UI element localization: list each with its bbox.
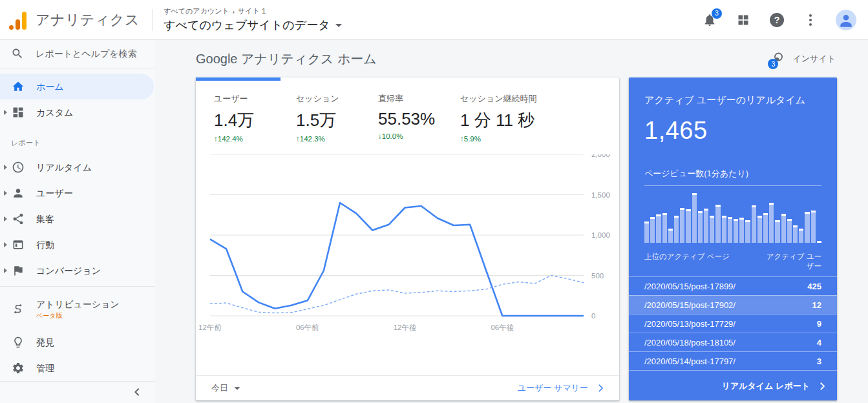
analytics-logo-icon[interactable] (9, 10, 26, 30)
svg-text:12午後: 12午後 (394, 324, 417, 331)
pageviews-bar (811, 211, 816, 243)
sidebar-item-attribution[interactable]: アトリビューションベータ版 (0, 289, 154, 329)
insights-badge: 3 (768, 59, 778, 69)
pageviews-bar (781, 214, 786, 243)
discover-icon (12, 336, 25, 349)
active-page-path: /2020/05/14/post-17797/ (644, 356, 736, 366)
help-button[interactable]: ? (768, 12, 785, 28)
breadcrumb[interactable]: すべてのアカウント › サイト 1 (164, 6, 341, 16)
property-selector[interactable]: すべてのウェブサイトのデータ (164, 17, 341, 33)
active-page-path: /2020/05/15/post-17899/ (644, 282, 736, 291)
app-root: アナリティクス すべてのアカウント › サイト 1 すべてのウェブサイトのデータ… (0, 0, 868, 403)
active-page-row: /2020/05/15/post-17899/425 (629, 276, 837, 295)
insights-button[interactable]: 3 インサイト (769, 51, 836, 67)
pageviews-bar (686, 209, 690, 243)
apps-button[interactable] (735, 12, 752, 28)
svg-text:06午前: 06午前 (296, 324, 319, 331)
expand-arrow-icon[interactable] (4, 268, 7, 273)
sidebar-item-label: カスタム (36, 107, 73, 118)
metric-value: 1 分 11 秒 (460, 109, 537, 132)
table-bottom-divider (629, 370, 837, 371)
pageviews-bar (704, 209, 708, 243)
search-input[interactable] (36, 48, 145, 59)
sidebar-item-behavior[interactable]: 行動 (0, 232, 154, 258)
pageviews-bar (722, 216, 726, 243)
logo-bar-mid (16, 19, 20, 30)
realtime-icon (12, 161, 25, 174)
pageviews-bar (805, 212, 809, 243)
metrics-row: ユーザー1.4万↑142.4%セッション1.5万↑142.3%直帰率55.53%… (196, 78, 619, 143)
date-range-selector[interactable]: 今日 (211, 382, 240, 394)
sidebar-item-home[interactable]: ホーム (0, 74, 154, 99)
view-name: すべてのウェブサイトのデータ (164, 17, 330, 33)
active-page-path: /2020/05/15/post-17902/ (644, 300, 736, 310)
metric-セッション: セッション1.5万↑142.3% (296, 93, 378, 143)
breadcrumb-separator: › (232, 8, 235, 16)
table-header: 上位のアクティブ ページ アクティブ ユーザー (629, 252, 837, 276)
col-active-pages: 上位のアクティブ ページ (644, 252, 730, 262)
sidebar-item-label: アトリビューション (36, 299, 120, 309)
expand-arrow-icon[interactable] (4, 191, 7, 196)
sidebar-divider (0, 286, 155, 287)
notifications-button[interactable]: 3 (701, 12, 718, 28)
overview-card: ユーザー1.4万↑142.4%セッション1.5万↑142.3%直帰率55.53%… (196, 78, 619, 400)
users-trend-chart[interactable]: 05001,0001,5002,00012午前06午前12午後06午後 (196, 143, 619, 375)
col-active-users: アクティブ ユーザー (766, 252, 821, 271)
svg-text:06午後: 06午後 (491, 324, 514, 331)
pageviews-bar (757, 216, 762, 243)
collapse-sidebar-button[interactable] (129, 384, 145, 400)
pageviews-bar (752, 205, 756, 243)
chevron-down-icon (335, 24, 342, 27)
sidebar-item-acquisition[interactable]: 集客 (0, 206, 154, 232)
notifications-badge: 3 (712, 8, 722, 19)
sidebar-item-custom[interactable]: カスタム (0, 99, 154, 125)
realtime-card: アクティブ ユーザーのリアルタイム 1,465 ページビュー数(1分あたり) 上… (629, 78, 837, 400)
beta-badge: ベータ版 (36, 311, 120, 320)
chevron-down-icon (235, 387, 240, 390)
sidebar-item-admin[interactable]: 管理 (0, 355, 154, 381)
pageviews-bar (674, 216, 679, 243)
pageviews-bar-chart[interactable] (629, 191, 837, 243)
pageviews-label: ページビュー数(1分あたり) (629, 168, 837, 180)
help-icon: ? (770, 13, 784, 27)
avatar[interactable] (836, 10, 856, 30)
active-page-row: /2020/05/18/post-18105/4 (629, 333, 837, 351)
expand-arrow-icon[interactable] (4, 110, 7, 115)
admin-icon (12, 362, 25, 375)
pageviews-bar (745, 220, 750, 243)
active-page-path: /2020/05/18/post-18105/ (644, 338, 736, 347)
pageviews-bar (734, 219, 738, 243)
breadcrumb-account: すべてのアカウント (164, 6, 229, 16)
more-options-button[interactable] (802, 12, 819, 28)
report-search[interactable] (0, 40, 155, 68)
expand-arrow-icon[interactable] (4, 242, 7, 247)
metric-直帰率: 直帰率55.53%↓10.0% (378, 93, 460, 143)
metric-label: 直帰率 (378, 93, 460, 105)
pageviews-bar (692, 193, 697, 243)
sidebar-item-realtime[interactable]: リアルタイム (0, 154, 154, 180)
realtime-report-link[interactable]: リアルタイム レポート (629, 372, 837, 400)
sidebar-item-label: 発見 (36, 337, 54, 347)
metric-delta: ↓10.0% (378, 132, 460, 140)
user-summary-link[interactable]: ユーザー サマリー (518, 382, 606, 394)
active-users-value: 12 (812, 300, 821, 310)
sidebar-section-label: レポート (0, 125, 155, 154)
apps-grid-icon (737, 14, 750, 26)
sidebar-item-discover[interactable]: 発見 (0, 329, 154, 355)
expand-arrow-icon[interactable] (4, 216, 7, 222)
metric-label: セッション継続時間 (460, 93, 537, 105)
metric-value: 55.53% (378, 109, 460, 129)
pageviews-bar (769, 203, 774, 243)
pageviews-bar (817, 241, 821, 243)
sidebar: ホームカスタムレポートリアルタイムユーザー集客行動コンバージョンアトリビューショ… (0, 40, 155, 403)
expand-arrow-icon[interactable] (4, 165, 7, 170)
main-content: Google アナリティクス ホーム 3 インサイト (155, 40, 868, 403)
sidebar-item-label: コンバージョン (36, 265, 101, 276)
pageviews-bar (644, 222, 649, 243)
pageviews-bar (799, 229, 803, 243)
sidebar-item-label: 集客 (36, 214, 54, 224)
sidebar-footer (0, 381, 155, 403)
sidebar-item-audience[interactable]: ユーザー (0, 180, 154, 206)
sidebar-item-conversions[interactable]: コンバージョン (0, 258, 154, 284)
chevron-right-icon (816, 380, 828, 392)
